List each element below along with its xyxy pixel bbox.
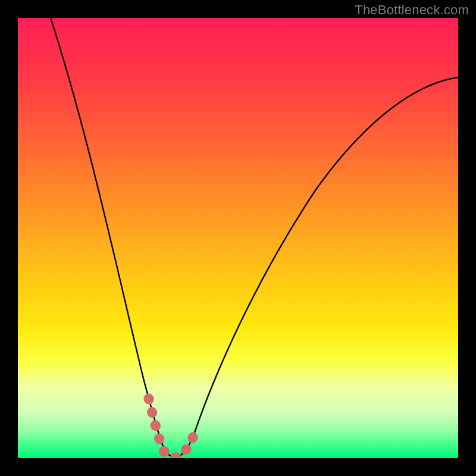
- highlight-dip: [149, 399, 198, 458]
- bottleneck-curve: [51, 18, 458, 457]
- plot-area: [18, 18, 458, 458]
- chart-frame: TheBottleneck.com: [0, 0, 476, 476]
- curve-layer: [18, 18, 458, 458]
- watermark-label: TheBottleneck.com: [355, 2, 469, 18]
